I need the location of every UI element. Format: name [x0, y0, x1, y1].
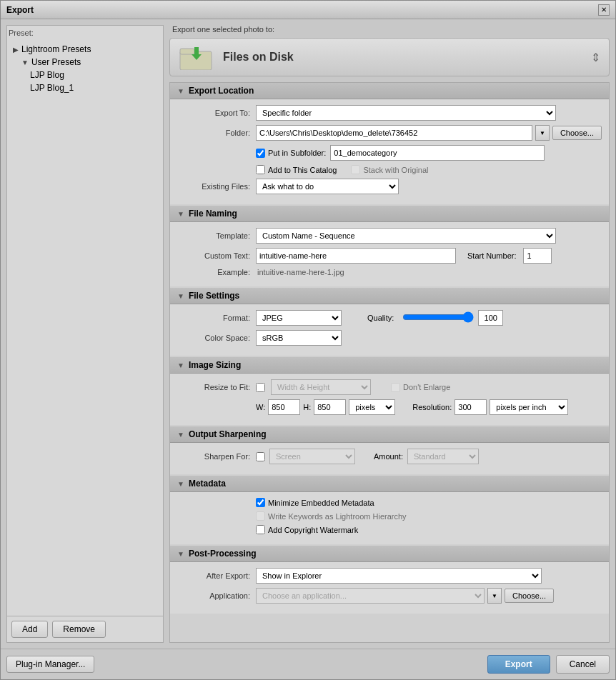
amount-select: Standard: [407, 449, 479, 464]
resolution-input[interactable]: [454, 399, 487, 415]
subfolder-control: Put in Subfolder:: [256, 145, 602, 161]
existing-files-row: Existing Files: Ask what to do: [170, 179, 609, 194]
sidebar-item-ljp-blog-1[interactable]: LJP Blog_1: [10, 81, 160, 94]
export-to-select[interactable]: Specific folder: [256, 105, 556, 121]
section-post-processing: ▼ Post-Processing After Export: Show in …: [170, 546, 609, 614]
sidebar-item-label: User Presets: [31, 57, 81, 67]
color-space-select[interactable]: sRGB: [256, 330, 342, 346]
resize-checkbox[interactable]: [256, 383, 265, 392]
format-select[interactable]: JPEG: [256, 310, 342, 326]
sharpen-label: Sharpen For:: [177, 452, 256, 461]
application-select[interactable]: Choose an application...: [256, 588, 485, 604]
dont-enlarge-text: Don't Enlarge: [403, 383, 450, 391]
remove-button[interactable]: Remove: [52, 621, 106, 638]
section-header-export-location[interactable]: ▼ Export Location: [170, 83, 609, 99]
sections-scroll-panel[interactable]: ▼ Export Location Export To: Specific fo…: [169, 82, 610, 643]
application-label: Application:: [177, 591, 256, 600]
section-body-output-sharpening: Sharpen For: Screen Amount: S: [170, 443, 609, 474]
sidebar: Preset: ▶ Lightroom Presets ▼ User Prese…: [6, 25, 164, 643]
existing-files-select[interactable]: Ask what to do: [256, 179, 399, 194]
copyright-checkbox[interactable]: [256, 525, 265, 534]
copyright-label[interactable]: Add Copyright Watermark: [256, 525, 358, 534]
template-select[interactable]: Custom Name - Sequence: [256, 228, 556, 244]
section-header-output-sharpening[interactable]: ▼ Output Sharpening: [170, 426, 609, 443]
application-dropdown-btn[interactable]: ▼: [487, 588, 502, 604]
export-header: Files on Disk ⇕: [169, 38, 610, 76]
pixels-unit-select[interactable]: pixels: [349, 399, 395, 415]
section-header-metadata[interactable]: ▼ Metadata: [170, 476, 609, 492]
application-choose-button[interactable]: Choose...: [505, 589, 554, 603]
export-button[interactable]: Export: [487, 655, 550, 674]
format-control: JPEG Quality:: [256, 310, 602, 326]
add-catalog-checkbox[interactable]: [256, 165, 265, 174]
w-label: W:: [256, 403, 265, 411]
close-button[interactable]: ✕: [598, 4, 610, 16]
stack-label: Stack with Original: [351, 165, 428, 174]
section-collapse-icon: ▼: [177, 480, 184, 488]
minimize-control: Minimize Embedded Metadata: [256, 498, 602, 507]
section-file-naming: ▼ File Naming Template: Custom Name - Se…: [170, 206, 609, 286]
sharpen-row: Sharpen For: Screen Amount: S: [170, 449, 609, 464]
resize-control: Width & Height Don't Enlarge: [256, 379, 602, 395]
sharpen-checkbox[interactable]: [256, 452, 265, 461]
custom-text-control: Start Number:: [256, 248, 602, 264]
expanded-arrow-icon: ▼: [21, 59, 29, 66]
section-header-image-sizing[interactable]: ▼ Image Sizing: [170, 357, 609, 374]
section-title-export-location: Export Location: [189, 86, 254, 96]
title-bar: Export ✕: [1, 1, 615, 19]
export-header-dropdown[interactable]: ⇕: [591, 51, 600, 64]
section-header-file-naming[interactable]: ▼ File Naming: [170, 206, 609, 222]
section-collapse-icon: ▼: [177, 550, 184, 558]
subfolder-checkbox[interactable]: [256, 149, 265, 158]
add-catalog-label[interactable]: Add to This Catalog: [256, 165, 337, 174]
start-number-input[interactable]: [523, 248, 552, 264]
custom-text-input[interactable]: [256, 248, 456, 264]
width-input[interactable]: [268, 399, 300, 415]
template-row: Template: Custom Name - Sequence: [170, 228, 609, 244]
section-file-settings: ▼ File Settings Format: JPEG Quality:: [170, 288, 609, 356]
section-title-file-settings: File Settings: [189, 291, 239, 301]
resize-checkbox-label[interactable]: [256, 383, 265, 392]
add-catalog-text: Add to This Catalog: [268, 166, 337, 174]
quality-slider-track[interactable]: [402, 311, 474, 325]
sidebar-item-user-presets[interactable]: ▼ User Presets: [10, 56, 160, 69]
sharpen-checkbox-label[interactable]: [256, 452, 265, 461]
section-header-file-settings[interactable]: ▼ File Settings: [170, 288, 609, 304]
sidebar-item-label: LJP Blog_1: [30, 83, 74, 93]
wh-row: W: H: pixels Resolution:: [170, 399, 609, 415]
add-button[interactable]: Add: [11, 621, 48, 638]
section-output-sharpening: ▼ Output Sharpening Sharpen For: Scr: [170, 426, 609, 474]
section-body-export-location: Export To: Specific folder Folder:: [170, 99, 609, 204]
example-label: Example:: [177, 268, 256, 276]
collapsed-arrow-icon: ▶: [13, 46, 19, 54]
folder-dropdown-arrow[interactable]: ▼: [535, 125, 550, 141]
sidebar-item-lightroom-presets[interactable]: ▶ Lightroom Presets: [10, 43, 160, 56]
quality-range-input[interactable]: [402, 311, 474, 323]
resize-dropdown[interactable]: Width & Height: [271, 379, 371, 395]
export-to-label: Export To:: [177, 109, 256, 117]
keywords-text: Write Keywords as Lightroom Hierarchy: [268, 512, 407, 521]
after-export-row: After Export: Show in Explorer: [170, 568, 609, 584]
section-title-output-sharpening: Output Sharpening: [189, 429, 267, 439]
stack-checkbox: [351, 165, 360, 174]
subfolder-checkbox-label[interactable]: Put in Subfolder:: [256, 149, 326, 158]
minimize-metadata-checkbox[interactable]: [256, 498, 265, 507]
minimize-metadata-row: Minimize Embedded Metadata: [170, 498, 609, 507]
minimize-metadata-label[interactable]: Minimize Embedded Metadata: [256, 498, 374, 507]
section-collapse-icon: ▼: [177, 210, 184, 218]
plugin-manager-button[interactable]: Plug-in Manager...: [6, 656, 94, 673]
section-header-post-processing[interactable]: ▼ Post-Processing: [170, 546, 609, 562]
after-export-select[interactable]: Show in Explorer: [256, 568, 542, 584]
resolution-unit-select[interactable]: pixels per inch: [490, 399, 568, 415]
height-input[interactable]: [314, 399, 346, 415]
choose-button[interactable]: Choose...: [552, 126, 602, 140]
sidebar-item-ljp-blog[interactable]: LJP Blog: [10, 69, 160, 81]
subfolder-input[interactable]: [330, 145, 545, 161]
cancel-button[interactable]: Cancel: [556, 655, 610, 674]
folder-label: Folder:: [177, 129, 256, 137]
quality-value-input[interactable]: [478, 310, 503, 326]
example-value: intuitive-name-here-1.jpg: [256, 268, 344, 276]
color-space-control: sRGB: [256, 330, 602, 346]
section-title-file-naming: File Naming: [189, 209, 237, 219]
section-title-metadata: Metadata: [189, 479, 226, 489]
